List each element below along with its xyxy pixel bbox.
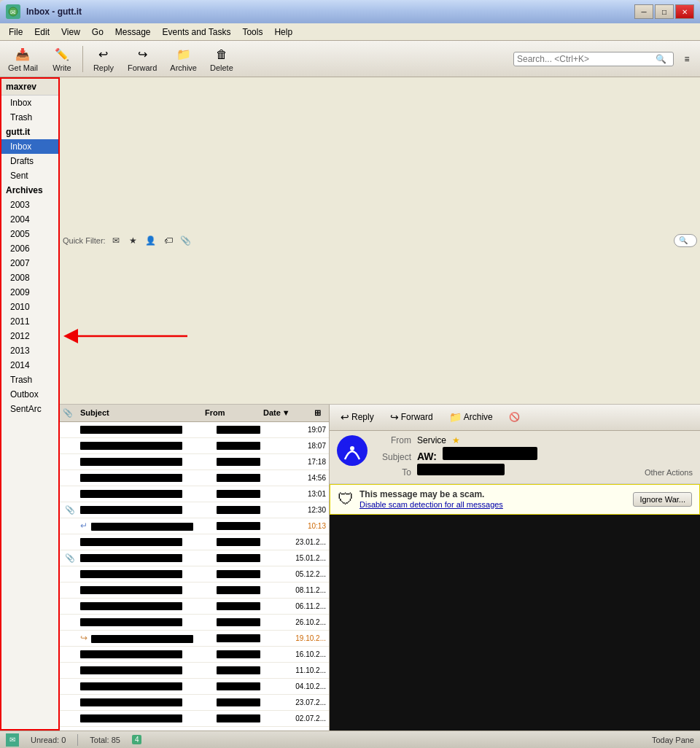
archive-toolbar-button[interactable]: 📁 Archive — [165, 43, 202, 75]
sidebar-item-2012[interactable]: 2012 — [1, 329, 58, 343]
delete-toolbar-button[interactable]: 🗑 Delete — [205, 43, 238, 75]
sidebar-account-gutt[interactable]: gutt.it — [1, 125, 58, 139]
email-from-cell — [217, 601, 275, 611]
menu-message[interactable]: Message — [109, 26, 157, 39]
sidebar-item-2009[interactable]: 2009 — [1, 285, 58, 300]
preview-archive-button[interactable]: 📁 Archive — [443, 408, 499, 426]
email-date-cell: 14:56 — [275, 474, 326, 482]
qf-star-btn[interactable]: ★ — [126, 234, 141, 247]
sidebar-item-2003[interactable]: 2003 — [1, 198, 58, 212]
email-date-cell: 01.07.2... — [275, 731, 326, 731]
scam-link[interactable]: Disable scam detection for all messages — [359, 500, 503, 509]
sidebar-item-trash-maxrev[interactable]: Trash — [1, 110, 58, 125]
email-date-cell: 26.10.2... — [275, 618, 326, 626]
sidebar-account-maxrev[interactable]: maxrev — [1, 79, 58, 96]
qf-tag-btn[interactable]: 🏷 — [161, 234, 176, 247]
table-row[interactable]: 18:07 — [60, 438, 329, 454]
table-row[interactable]: 17:18 — [60, 454, 329, 470]
preview-archive-label: Archive — [464, 412, 493, 422]
sidebar-item-2008[interactable]: 2008 — [1, 270, 58, 285]
menu-help[interactable]: Help — [268, 26, 298, 39]
minimize-button[interactable]: ─ — [634, 4, 653, 19]
quickfilter-search[interactable]: 🔍 — [674, 234, 697, 247]
col-subject-header[interactable]: Subject — [77, 408, 205, 417]
reply-toolbar-button[interactable]: ↩ Reply — [88, 43, 120, 75]
table-row[interactable]: 13:01 — [60, 486, 329, 502]
sidebar-item-inbox-gutt[interactable]: Inbox — [1, 139, 58, 154]
toolbar-menu-button[interactable]: ≡ — [677, 49, 697, 69]
menu-file[interactable]: File — [3, 26, 28, 39]
table-row[interactable]: 06.11.2... — [60, 599, 329, 615]
table-row[interactable]: ↪ 19.10.2... — [60, 631, 329, 647]
sidebar-item-2004[interactable]: 2004 — [1, 212, 58, 227]
get-mail-button[interactable]: 📥 Get Mail — [3, 43, 43, 75]
qf-attach-btn[interactable]: 📎 — [179, 234, 193, 247]
close-button[interactable]: ✕ — [675, 4, 694, 19]
sidebar-item-2014[interactable]: 2014 — [1, 358, 58, 373]
email-subject-blurred — [80, 490, 182, 498]
sender-avatar — [337, 435, 368, 466]
sidebar-item-inbox-maxrev[interactable]: Inbox — [1, 96, 58, 110]
preview-more-button[interactable]: 🚫 — [502, 409, 526, 425]
table-row[interactable]: 26.10.2... — [60, 615, 329, 631]
preview-forward-button[interactable]: ↪ Forward — [384, 408, 440, 426]
sidebar-item-2006[interactable]: 2006 — [1, 241, 58, 256]
table-row[interactable]: 23.01.2... — [60, 534, 329, 550]
table-row[interactable]: 16.10.2... — [60, 647, 329, 663]
star-icon[interactable]: ★ — [452, 435, 460, 445]
preview-reply-button[interactable]: ↩ Reply — [334, 408, 381, 426]
table-row[interactable]: 11.10.2... — [60, 663, 329, 679]
menu-go[interactable]: Go — [86, 26, 109, 39]
sidebar-item-2011[interactable]: 2011 — [1, 314, 58, 329]
table-row[interactable]: 📎12:30 — [60, 502, 329, 518]
forward-toolbar-label: Forward — [128, 63, 157, 72]
ignore-warning-button[interactable]: Ignore War... — [633, 492, 692, 507]
table-row[interactable]: 01.07.2... — [60, 727, 329, 731]
table-row[interactable]: 08.11.2... — [60, 583, 329, 599]
preview-archive-icon: 📁 — [449, 411, 462, 423]
sidebar-item-trash2[interactable]: Trash — [1, 373, 58, 387]
table-row[interactable]: 05.12.2... — [60, 566, 329, 583]
write-button[interactable]: ✏️ Write — [46, 43, 78, 75]
sidebar-item-sent[interactable]: Sent — [1, 168, 58, 183]
col-expand-btn[interactable]: ⊞ — [314, 408, 326, 418]
email-subject-cell — [77, 666, 217, 675]
write-label: Write — [52, 63, 71, 72]
sidebar-item-drafts[interactable]: Drafts — [1, 154, 58, 168]
sidebar-item-archives[interactable]: Archives — [1, 183, 58, 198]
search-input[interactable] — [517, 54, 656, 64]
forward-toolbar-button[interactable]: ↪ Forward — [122, 43, 162, 75]
restore-button[interactable]: □ — [655, 4, 674, 19]
preview-reply-icon: ↩ — [341, 411, 349, 423]
statusbar-pane[interactable]: Today Pane — [652, 736, 694, 744]
preview-forward-label: Forward — [401, 412, 433, 422]
qf-unread-btn[interactable]: ✉ — [109, 234, 123, 247]
search-box[interactable]: 🔍 — [513, 52, 674, 66]
table-row[interactable]: ↵ 10:13 — [60, 518, 329, 534]
table-row[interactable]: 02.07.2... — [60, 711, 329, 727]
sidebar-item-2007[interactable]: 2007 — [1, 256, 58, 270]
email-subject-cell — [77, 714, 217, 723]
menu-edit[interactable]: Edit — [28, 26, 55, 39]
table-row[interactable]: 23.07.2... — [60, 695, 329, 711]
table-row[interactable]: 📎15.01.2... — [60, 550, 329, 566]
sidebar-item-2005[interactable]: 2005 — [1, 227, 58, 241]
qf-contact-btn[interactable]: 👤 — [144, 234, 158, 247]
email-subject-cell — [77, 457, 217, 467]
menu-events-tasks[interactable]: Events and Tasks — [157, 26, 237, 39]
menu-tools[interactable]: Tools — [236, 26, 268, 39]
col-from-header[interactable]: From — [205, 408, 263, 417]
email-subject-cell — [77, 682, 217, 691]
table-row[interactable]: 14:56 — [60, 470, 329, 486]
other-actions-link[interactable]: Other Actions — [645, 468, 693, 477]
email-from-blurred — [217, 490, 260, 498]
menu-view[interactable]: View — [55, 26, 86, 39]
table-row[interactable]: 19:07 — [60, 422, 329, 438]
email-subject-cell — [77, 585, 217, 595]
table-row[interactable]: 04.10.2... — [60, 679, 329, 695]
col-date-header[interactable]: Date ▼ — [263, 408, 314, 417]
sidebar-item-sentarc[interactable]: SentArc — [1, 402, 58, 416]
sidebar-item-2010[interactable]: 2010 — [1, 300, 58, 314]
sidebar-item-2013[interactable]: 2013 — [1, 343, 58, 358]
sidebar-item-outbox[interactable]: Outbox — [1, 387, 58, 402]
